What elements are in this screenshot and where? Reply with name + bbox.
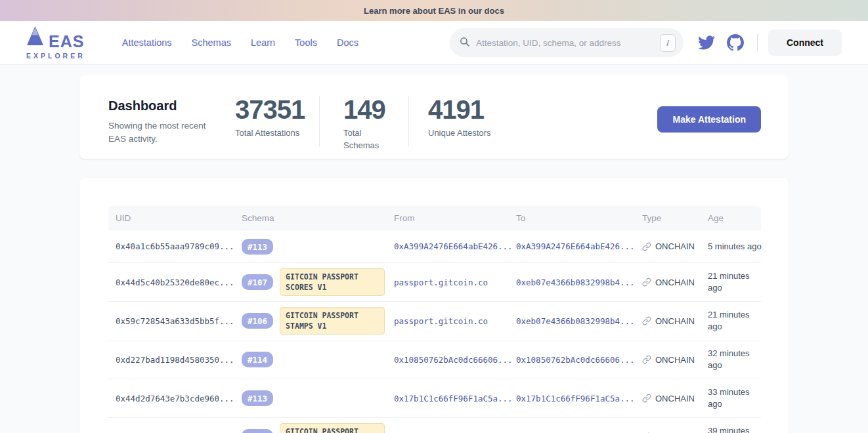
- slash-shortcut-badge: /: [660, 34, 676, 52]
- schema-id-badge[interactable]: #113: [242, 390, 273, 406]
- nav-attestations[interactable]: Attestations: [122, 37, 172, 48]
- col-header-age: Age: [708, 213, 761, 223]
- to-cell[interactable]: 0x17b1C1c66fF96F1aC5a...: [516, 394, 642, 403]
- type-label: ONCHAIN: [655, 278, 695, 287]
- uid-cell[interactable]: 0x40a1c6b55aaa9789c09...: [108, 241, 242, 251]
- attestations-table-card: UID Schema From To Type Age 0x40a1c6b55a…: [79, 178, 789, 433]
- schema-cell: #107GITCOIN PASSPORT SCORES V1: [242, 423, 394, 433]
- dashboard-card: Dashboard Showing the most recent EAS ac…: [79, 75, 789, 159]
- make-attestation-button[interactable]: Make Attestation: [657, 106, 761, 133]
- to-cell[interactable]: 0xA399A2476E664abE426...: [516, 241, 642, 251]
- table-header-row: UID Schema From To Type Age: [108, 206, 761, 230]
- schema-cell: #106GITCOIN PASSPORT STAMPS V1: [242, 307, 394, 335]
- age-cell: 39 minutes ago: [708, 425, 761, 433]
- chain-link-icon: [642, 316, 651, 325]
- table-row[interactable]: 0xcfc68a268e8ec9260a8... #107GITCOIN PAS…: [108, 417, 761, 433]
- type-cell: ONCHAIN: [642, 316, 708, 326]
- logo-title: EAS: [49, 34, 84, 49]
- from-cell[interactable]: 0x17b1C1c66fF96F1aC5a...: [394, 394, 516, 403]
- github-icon[interactable]: [727, 34, 744, 51]
- search-input[interactable]: [476, 38, 660, 48]
- logo-subtitle: EXPLORER: [26, 52, 85, 60]
- from-cell[interactable]: 0xA399A2476E664abE426...: [394, 241, 516, 251]
- age-cell: 33 minutes ago: [708, 386, 761, 409]
- stat-label: Total Schemas: [343, 127, 385, 152]
- schema-id-badge[interactable]: #113: [242, 239, 273, 255]
- schema-cell: #113: [242, 390, 394, 406]
- table-row[interactable]: 0x44d5c40b25320de80ec... #107GITCOIN PAS…: [108, 262, 761, 301]
- announcement-banner: Learn more about EAS in our docs: [0, 0, 868, 21]
- type-label: ONCHAIN: [655, 241, 695, 251]
- stat-total-schemas: 149 Total Schemas: [343, 98, 385, 152]
- nav-learn[interactable]: Learn: [251, 37, 275, 48]
- to-cell[interactable]: 0x10850762bAc0dc66606...: [516, 355, 642, 365]
- table-row[interactable]: 0x40a1c6b55aaa9789c09... #113 0xA399A247…: [108, 230, 761, 262]
- uid-cell[interactable]: 0xd227bad1198d4580350...: [108, 355, 242, 365]
- schema-name-tag[interactable]: GITCOIN PASSPORT SCORES V1: [280, 268, 385, 296]
- chain-link-icon: [642, 242, 651, 251]
- stat-divider: [408, 96, 409, 147]
- type-cell: ONCHAIN: [642, 241, 708, 251]
- social-links: [698, 34, 744, 51]
- table-row[interactable]: 0x44d2d7643e7b3cde960... #113 0x17b1C1c6…: [108, 379, 761, 417]
- uid-cell[interactable]: 0x44d2d7643e7b3cde960...: [108, 394, 242, 403]
- schema-cell: #114: [242, 352, 394, 367]
- to-cell[interactable]: 0xeb07e4366b0832998b4...: [516, 316, 642, 326]
- col-header-to: To: [516, 213, 642, 223]
- stat-value: 149: [343, 98, 385, 121]
- table-row[interactable]: 0xd227bad1198d4580350... #114 0x10850762…: [108, 340, 761, 379]
- nav-schemas[interactable]: Schemas: [192, 37, 231, 48]
- search-icon: [459, 36, 470, 50]
- triangle-logo-icon: [26, 26, 44, 49]
- schema-cell: #107GITCOIN PASSPORT SCORES V1: [242, 268, 394, 296]
- header: EAS EXPLORER Attestations Schemas Learn …: [0, 21, 868, 65]
- connect-wallet-button[interactable]: Connect: [768, 30, 842, 56]
- twitter-icon[interactable]: [698, 34, 715, 51]
- age-cell: 21 minutes ago: [708, 309, 761, 332]
- schema-id-badge[interactable]: #114: [242, 352, 273, 367]
- chain-link-icon: [642, 355, 651, 364]
- schema-id-badge[interactable]: #107: [242, 429, 273, 433]
- age-cell: 5 minutes ago: [708, 241, 761, 253]
- chain-link-icon: [642, 278, 651, 287]
- col-header-type: Type: [642, 213, 708, 223]
- type-cell: ONCHAIN: [642, 278, 708, 287]
- schema-name-tag[interactable]: GITCOIN PASSPORT SCORES V1: [280, 423, 385, 433]
- col-header-uid: UID: [108, 213, 242, 223]
- from-cell[interactable]: passport.gitcoin.co: [394, 278, 516, 287]
- from-cell[interactable]: 0x10850762bAc0dc66606...: [394, 355, 516, 365]
- type-label: ONCHAIN: [655, 394, 695, 403]
- search-bar: /: [450, 28, 684, 57]
- uid-cell[interactable]: 0x44d5c40b25320de80ec...: [108, 278, 242, 287]
- chain-link-icon: [642, 394, 651, 403]
- uid-cell[interactable]: 0x59c728543a633d5bb5f...: [108, 316, 242, 326]
- schema-name-tag[interactable]: GITCOIN PASSPORT STAMPS V1: [280, 307, 385, 335]
- eas-logo[interactable]: EAS EXPLORER: [26, 26, 85, 60]
- stat-divider: [319, 96, 320, 147]
- type-cell: ONCHAIN: [642, 355, 708, 365]
- schema-id-badge[interactable]: #107: [242, 274, 273, 290]
- stat-total-attestations: 37351 Total Attestations: [235, 98, 304, 140]
- schema-cell: #113: [242, 239, 394, 255]
- stat-value: 4191: [428, 98, 490, 121]
- stat-label: Total Attestations: [235, 127, 304, 140]
- type-cell: ONCHAIN: [642, 394, 708, 403]
- table-row[interactable]: 0x59c728543a633d5bb5f... #106GITCOIN PAS…: [108, 301, 761, 340]
- docs-banner-link[interactable]: Learn more about EAS in our docs: [364, 6, 504, 16]
- nav-tools[interactable]: Tools: [295, 37, 317, 48]
- type-label: ONCHAIN: [655, 316, 695, 326]
- col-header-schema: Schema: [242, 213, 394, 223]
- main-nav: Attestations Schemas Learn Tools Docs: [122, 37, 358, 48]
- age-cell: 21 minutes ago: [708, 270, 761, 293]
- col-header-from: From: [394, 213, 516, 223]
- header-divider: [757, 34, 758, 51]
- from-cell[interactable]: passport.gitcoin.co: [394, 316, 516, 326]
- type-label: ONCHAIN: [655, 355, 695, 365]
- schema-id-badge[interactable]: #106: [242, 313, 273, 329]
- age-cell: 32 minutes ago: [708, 348, 761, 371]
- page-subtitle: Showing the most recent EAS activity.: [108, 119, 220, 145]
- nav-docs[interactable]: Docs: [337, 37, 358, 48]
- to-cell[interactable]: 0xeb07e4366b0832998b4...: [516, 278, 642, 287]
- stat-label: Unique Attestors: [428, 127, 490, 140]
- page-title: Dashboard: [108, 98, 220, 113]
